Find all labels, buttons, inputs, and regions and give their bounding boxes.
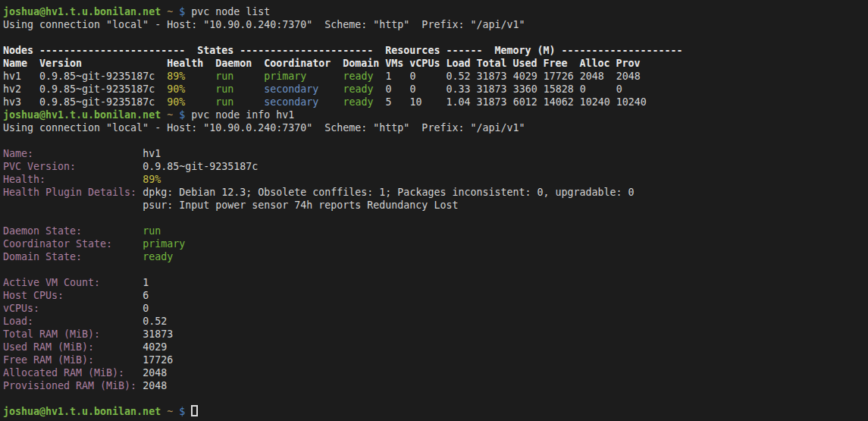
info-value: 6 bbox=[143, 290, 149, 301]
prompt-user-host: joshua@hv1.t.u.bonilan.net bbox=[3, 6, 161, 17]
table-column-header: Name Version Health Daemon Coordinator D… bbox=[3, 57, 868, 70]
text-segment bbox=[373, 96, 385, 108]
terminal-screen[interactable]: joshua@hv1.t.u.bonilan.net ~ $ pvc node … bbox=[0, 0, 868, 421]
text-segment bbox=[21, 96, 39, 108]
command-pvc-node-list: pvc node list bbox=[185, 6, 270, 17]
info-label: vCPUs: bbox=[3, 303, 39, 314]
info-load-line: Load: 0.52 bbox=[3, 315, 868, 328]
text-segment bbox=[21, 83, 39, 95]
info-value: hv1 bbox=[143, 148, 161, 159]
text-segment bbox=[416, 71, 447, 82]
info-value: ready bbox=[143, 251, 173, 262]
load: 1.04 bbox=[447, 96, 471, 108]
info-health-line: Health: 89% bbox=[3, 173, 868, 186]
info-label: Used RAM (MiB): bbox=[3, 341, 94, 353]
text-segment bbox=[185, 71, 215, 82]
daemon-state: run bbox=[215, 71, 233, 82]
text-segment bbox=[574, 96, 580, 108]
domain-state: ready bbox=[343, 96, 373, 108]
info-value: 2048 bbox=[143, 367, 167, 379]
info-value: dpkg: Debian 12.3; Obsolete conffiles: 1… bbox=[143, 187, 634, 198]
coordinator-state: secondary bbox=[264, 96, 318, 108]
node-row-hv3: hv3 0.9.85~git-9235187c 90% run secondar… bbox=[3, 96, 868, 108]
text-segment bbox=[161, 109, 167, 121]
info-value: 1 bbox=[143, 277, 149, 288]
connection-info-line: Using connection "local" - Host: "10.90.… bbox=[3, 121, 868, 134]
text-segment bbox=[136, 187, 143, 198]
text-segment bbox=[39, 303, 143, 314]
ram-total: 31873 bbox=[477, 83, 507, 95]
text-segment bbox=[574, 83, 580, 95]
prompt-line-3: joshua@hv1.t.u.bonilan.net ~ $ bbox=[3, 405, 868, 418]
domain-state: ready bbox=[343, 71, 373, 82]
info-health-plugin-line: Health Plugin Details: dpkg: Debian 12.3… bbox=[3, 186, 868, 199]
info-label: Total RAM (MiB): bbox=[3, 328, 100, 340]
text-segment bbox=[82, 251, 143, 262]
text-segment bbox=[391, 83, 409, 95]
text-segment bbox=[45, 174, 143, 185]
text-segment bbox=[100, 277, 143, 288]
info-name-line: Name: hv1 bbox=[3, 147, 868, 160]
info-label: Host CPUs: bbox=[3, 290, 64, 301]
text-segment bbox=[233, 83, 264, 95]
text-segment bbox=[185, 83, 215, 95]
text-segment bbox=[422, 96, 447, 108]
blank-line bbox=[3, 263, 868, 276]
info-daemon-state-line: Daemon State: run bbox=[3, 225, 868, 237]
coordinator-state: primary bbox=[264, 71, 306, 82]
text-segment bbox=[173, 406, 179, 417]
columns-header: Name Version Health Daemon Coordinator D… bbox=[3, 58, 641, 69]
ram-prov: 10240 bbox=[616, 96, 647, 108]
text-segment bbox=[233, 71, 264, 82]
text-segment bbox=[82, 225, 143, 237]
node-row-hv2: hv2 0.9.85~git-9235187c 90% run secondar… bbox=[3, 83, 868, 96]
table-section-header: Nodes ------------------------ States --… bbox=[3, 44, 868, 57]
info-value: 0.52 bbox=[143, 316, 167, 327]
ram-used: 6012 bbox=[513, 96, 537, 108]
text-segment bbox=[471, 83, 477, 95]
info-value: run bbox=[143, 225, 161, 237]
info-domain-state-line: Domain State: ready bbox=[3, 250, 868, 263]
info-pvc-version-line: PVC Version: 0.9.85~git-9235187c bbox=[3, 160, 868, 173]
text-segment bbox=[173, 109, 179, 121]
info-provisioned-ram-line: Provisioned RAM (MiB): 2048 bbox=[3, 379, 868, 392]
load: 0.33 bbox=[447, 83, 471, 95]
connection-info-line: Using connection "local" - Host: "10.90.… bbox=[3, 18, 868, 31]
info-coordinator-state-line: Coordinator State: primary bbox=[3, 237, 868, 250]
text-segment bbox=[233, 96, 264, 108]
ram-free: 14062 bbox=[544, 96, 574, 108]
coordinator-state: secondary bbox=[264, 83, 318, 95]
vcpus: 0 bbox=[410, 83, 416, 95]
vcpus: 10 bbox=[410, 96, 422, 108]
info-health-plugin-line-2: psur: Input power sensor 74h reports Red… bbox=[3, 199, 868, 212]
text-segment bbox=[94, 341, 143, 353]
ram-alloc: 2048 bbox=[580, 71, 604, 82]
info-total-ram-line: Total RAM (MiB): 31873 bbox=[3, 328, 868, 341]
text-segment bbox=[100, 328, 143, 340]
text-segment bbox=[64, 290, 143, 301]
text-segment bbox=[586, 83, 616, 95]
info-value: 17726 bbox=[143, 354, 173, 366]
node-version: 0.9.85~git-9235187c bbox=[39, 83, 155, 95]
vcpus: 0 bbox=[410, 71, 416, 82]
text-segment bbox=[112, 238, 143, 250]
prompt-symbol: $ bbox=[179, 109, 185, 121]
ram-total: 31873 bbox=[477, 71, 507, 82]
info-free-ram-line: Free RAM (MiB): 17726 bbox=[3, 353, 868, 366]
info-host-cpus-line: Host CPUs: 6 bbox=[3, 289, 868, 302]
info-value: psur: Input power sensor 74h reports Red… bbox=[143, 200, 458, 211]
node-health: 90% bbox=[167, 83, 185, 95]
text-segment bbox=[155, 71, 167, 82]
connection-info: Using connection "local" - Host: "10.90.… bbox=[3, 19, 525, 30]
daemon-state: run bbox=[215, 83, 233, 95]
ram-total: 31873 bbox=[477, 96, 507, 108]
node-name: hv1 bbox=[3, 71, 21, 82]
command-pvc-node-info: pvc node info hv1 bbox=[185, 109, 294, 121]
text-segment bbox=[185, 96, 215, 108]
prompt-cwd: ~ bbox=[167, 6, 173, 17]
info-value: 89% bbox=[143, 174, 161, 185]
info-label: Provisioned RAM (MiB): bbox=[3, 380, 136, 391]
info-value: 4029 bbox=[143, 341, 167, 353]
text-segment bbox=[507, 71, 513, 82]
ram-alloc: 10240 bbox=[580, 96, 610, 108]
